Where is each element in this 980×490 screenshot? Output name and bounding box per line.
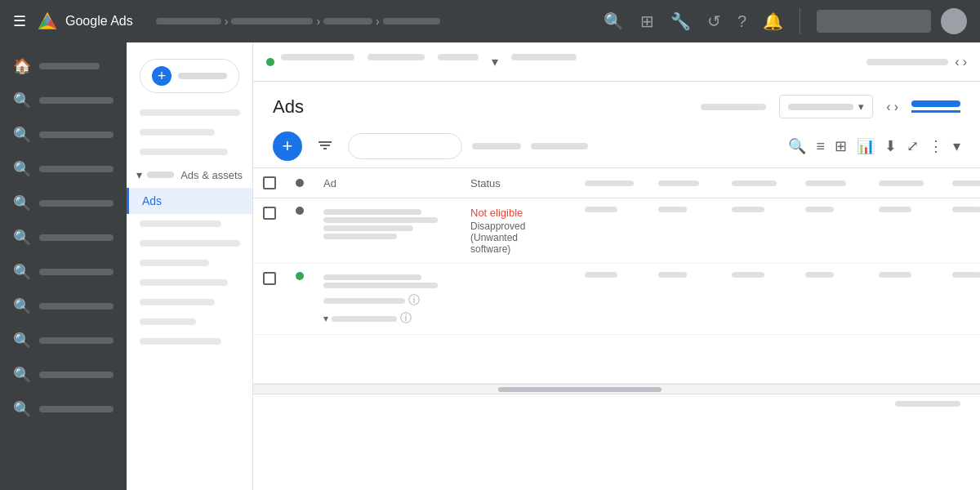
list-view-icon[interactable]: ≡ [816,138,825,155]
collapse-arrow-icon: ▾ [136,168,142,181]
home-icon: 🏠 [13,57,31,75]
sidebar-item-5[interactable]: 🔍 [0,220,127,255]
sec-placeholder-6 [140,260,209,266]
search-nav-icon[interactable]: 🔍 [604,11,624,31]
columns-toggle-icon[interactable]: ▾ [953,137,960,155]
row1-status-dot [296,207,304,215]
sidebar-label-3 [39,166,114,172]
col-status: Status [461,168,575,198]
row1-metric-2 [648,198,722,264]
horizontal-scrollbar[interactable] [253,384,980,394]
account-search[interactable] [817,10,931,33]
table-body: Not eligible Disapproved(Unwantedsoftwar… [253,198,980,384]
user-avatar[interactable] [941,8,967,34]
page-nav: ‹ › [886,100,898,114]
scroll-thumb[interactable] [498,387,662,392]
row2-info-icon-2[interactable]: ⓘ [400,311,412,326]
content-area: ▾ ‹ › Ads ▾ ‹ › [253,42,980,490]
sidebar-item-9[interactable]: 🔍 [0,358,127,392]
ads-data-table: Ad Status [253,168,980,384]
page-prev-icon[interactable]: ‹ [886,100,890,114]
filter-button[interactable] [312,133,338,159]
table-header-row: Ad Status [253,168,980,198]
row2-info-row-1: ⓘ [323,293,451,308]
search-toolbar-icon[interactable]: 🔍 [788,137,806,155]
sub-header-labels: ▾ [281,54,860,69]
app-title: Google Ads [65,14,133,29]
grid-icon[interactable]: ⊞ [640,11,654,31]
row1-checkbox[interactable] [263,207,276,220]
row1-metric-5-bar [879,207,911,212]
nav-divider [800,8,800,34]
col-metric-5 [869,168,942,198]
tools-icon[interactable]: 🔧 [670,11,691,31]
col-metric-6 [942,168,980,198]
sidebar-item-2[interactable]: 🔍 [0,118,127,152]
breadcrumb-item-3[interactable] [323,18,372,24]
row1-metric-2-bar [658,207,687,212]
sidebar-item-8[interactable]: 🔍 [0,323,127,358]
table-footer [253,394,980,413]
sidebar-label-4 [39,200,114,207]
sidebar-label-6 [39,269,114,275]
sec-placeholder-1 [140,109,240,116]
row2-info-icon-1[interactable]: ⓘ [408,293,420,308]
active-tab-indicator [911,100,960,113]
account-status-dot [266,58,274,66]
row1-status-dot-cell [286,198,314,264]
sub-header-dropdown-icon[interactable]: ▾ [492,54,498,69]
col-metric-4 [795,168,869,198]
ads-assets-group-header[interactable]: ▾ Ads & assets [127,162,252,188]
sub-header-right-bar [866,59,948,65]
row2-ad-cell: ⓘ ▾ ⓘ [314,264,461,335]
ads-assets-text: Ads & assets [180,169,243,181]
search-pill[interactable] [348,133,462,159]
add-ad-button[interactable]: + [273,131,302,161]
sidebar-item-6[interactable]: 🔍 [0,255,127,289]
breadcrumb-item-1[interactable] [156,18,221,24]
chart-view-icon[interactable]: 📊 [857,137,875,155]
breadcrumb-item-4[interactable] [383,18,440,24]
col-metric-3-bar [732,180,777,186]
select-all-checkbox[interactable] [263,176,276,189]
sidebar-item-4[interactable]: 🔍 [0,186,127,220]
menu-icon[interactable]: ☰ [13,12,26,30]
filter-icon [317,138,333,154]
more-options-icon[interactable]: ⋮ [929,137,943,155]
sec-item-ads[interactable]: Ads [127,188,252,214]
col-checkbox [253,168,286,198]
sidebar-item-3[interactable]: 🔍 [0,152,127,186]
grid-view-icon[interactable]: ⊞ [835,137,847,155]
sec-placeholder-10 [140,338,221,345]
table-row: ⓘ ▾ ⓘ [253,264,980,335]
date-range-button[interactable]: ▾ [779,95,873,118]
expand-icon[interactable]: ⤢ [906,137,919,155]
top-navigation: ☰ Google Ads › › › 🔍 ⊞ 🔧 ↺ ? 🔔 [0,0,980,42]
date-range-label [788,104,853,110]
row2-mobile-url-bar [332,316,397,322]
create-button[interactable]: + [140,59,239,93]
page-header-bar [701,104,766,110]
breadcrumb-item-2[interactable] [231,18,313,24]
help-icon[interactable]: ? [737,12,746,31]
row1-not-eligible-text: Not eligible [470,207,565,219]
row1-disapproved-text: Disapproved(Unwantedsoftware) [470,220,565,255]
sidebar-item-10[interactable]: 🔍 [0,392,127,426]
row2-status-cell [461,264,575,335]
sidebar-item-home[interactable]: 🏠 [0,49,127,83]
row2-checkbox[interactable] [263,272,276,285]
sub-nav-prev-icon[interactable]: ‹ [955,55,959,69]
download-icon[interactable]: ⬇ [884,137,897,155]
sidebar-item-1[interactable]: 🔍 [0,83,127,118]
sub-nav-next-icon[interactable]: › [963,55,967,69]
toolbar-label-1 [472,143,521,149]
sidebar-icon-2: 🔍 [13,126,31,144]
refresh-icon[interactable]: ↺ [707,11,721,31]
row2-expand-icon[interactable]: ▾ [323,313,328,324]
sidebar-item-7[interactable]: 🔍 [0,289,127,323]
col-metric-2-bar [658,180,699,186]
page-next-icon[interactable]: › [894,100,898,114]
notification-icon[interactable]: 🔔 [763,11,783,31]
row1-metric-3-bar [732,207,764,212]
app-logo: Google Ads [36,10,133,33]
